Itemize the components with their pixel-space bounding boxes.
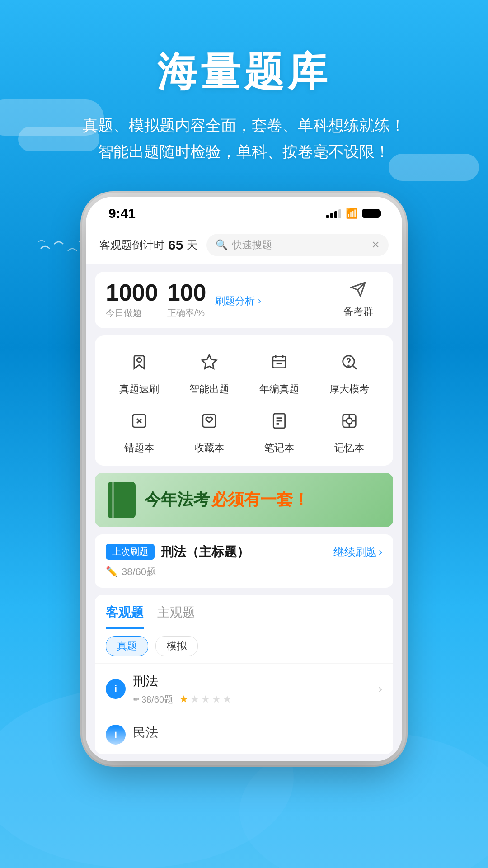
app-content: 客观题倒计时 65 天 🔍 快速搜题 ✕ 1000 今日做题 (86, 226, 402, 754)
accuracy-count: 100 (167, 281, 206, 304)
menu-item-zhinen[interactable]: 智能出题 (174, 346, 244, 396)
filter-real[interactable]: 真题 (106, 636, 148, 656)
pencil-icon: ✏️ (106, 566, 118, 578)
menu-label-cuoti: 错题本 (124, 441, 154, 455)
ai-icon (193, 346, 225, 378)
tabs-section: 客观题 主观题 真题 模拟 i 刑法 ✏ 38/60题 (95, 595, 393, 754)
stats-card: 1000 今日做题 100 正确率/% 刷题分析 › (95, 272, 393, 328)
continue-label: 继续刷题 (333, 545, 377, 559)
countdown-days: 65 (168, 237, 183, 253)
study-group-label: 备考群 (343, 305, 373, 318)
banner-main-text: 今年法考 (145, 490, 210, 509)
svg-point-2 (137, 358, 141, 362)
send-icon (350, 281, 366, 301)
menu-item-cuotiben[interactable]: 错题本 (104, 405, 174, 455)
signal-icon (326, 208, 341, 218)
sub-title-line2: 智能出题随时检验，单科、按卷毫不设限！ (0, 139, 488, 165)
menu-label-shoucang: 收藏本 (194, 441, 224, 455)
search-bar[interactable]: 🔍 快速搜题 ✕ (206, 234, 389, 256)
menu-label-jiyi: 记忆本 (334, 441, 364, 455)
calendar-icon (263, 346, 295, 378)
subject-icon-xingfa: i (106, 679, 126, 699)
filter-tags: 真题 模拟 (95, 629, 393, 663)
note-icon (263, 405, 295, 437)
last-session-title: 刑法（主标题） (161, 543, 249, 561)
subject-item-minfa[interactable]: i 民法 (95, 715, 393, 754)
filter-simulated[interactable]: 模拟 (155, 636, 198, 656)
menu-item-zhentisu[interactable]: 真题速刷 (104, 346, 174, 396)
phone-mockup: 9:41 📶 客观题倒计时 65 天 (0, 197, 488, 761)
bookmark-icon (123, 346, 155, 378)
svg-marker-3 (202, 355, 216, 368)
star-4: ★ (212, 693, 221, 705)
menu-item-houdamokao[interactable]: 厚大模考 (314, 346, 384, 396)
subject-info-xingfa: 刑法 ✏ 38/60题 ★ ★ ★ ★ ★ (133, 673, 371, 706)
menu-label-zhinen: 智能出题 (189, 382, 229, 396)
top-bar: 客观题倒计时 65 天 🔍 快速搜题 ✕ (86, 226, 402, 264)
icon-grid: 真题速刷 智能出题 (95, 335, 393, 466)
menu-label-nianbian: 年编真题 (259, 382, 299, 396)
main-title: 海量题库 (0, 45, 488, 99)
svg-line-11 (352, 365, 357, 369)
analysis-chevron-icon: › (258, 295, 261, 307)
subject-progress-xingfa: ✏ 38/60题 (133, 693, 173, 706)
tabs-header: 客观题 主观题 (95, 595, 393, 629)
subject-name-minfa: 民法 (133, 724, 382, 741)
search-placeholder: 快速搜题 (232, 238, 272, 252)
promo-banner[interactable]: 今年法考 必须有一套！ (95, 473, 393, 527)
subject-meta-xingfa: ✏ 38/60题 ★ ★ ★ ★ ★ (133, 693, 371, 706)
icon-row-2: 错题本 收藏本 (104, 405, 384, 455)
phone-frame: 9:41 📶 客观题倒计时 65 天 (86, 197, 402, 761)
today-label: 今日做题 (106, 307, 158, 319)
today-count: 1000 (106, 281, 158, 304)
subject-info-minfa: 民法 (133, 724, 382, 745)
countdown-label: 客观题倒计时 (99, 238, 164, 252)
analysis-link[interactable]: 刷题分析 › (215, 294, 261, 308)
menu-label-biji: 笔记本 (264, 441, 294, 455)
menu-item-bijiben[interactable]: 笔记本 (244, 405, 314, 455)
status-bar: 9:41 📶 (86, 197, 402, 226)
stat-accuracy: 100 正确率/% (167, 281, 206, 319)
last-session-header: 上次刷题 刑法（主标题） 继续刷题 › (106, 543, 382, 561)
chevron-right-icon: › (378, 682, 382, 696)
continue-link[interactable]: 继续刷题 › (333, 545, 382, 559)
wifi-icon: 📶 (346, 208, 358, 219)
star-1: ★ (179, 693, 188, 705)
star-5: ★ (223, 693, 232, 705)
last-session-info: 上次刷题 刑法（主标题） (106, 543, 249, 561)
header-section: 海量题库 真题、模拟题内容全面，套卷、单科想练就练！ 智能出题随时检验，单科、按… (0, 0, 488, 183)
session-progress: ✏️ 38/60题 (106, 565, 382, 579)
battery-icon (362, 209, 380, 218)
menu-label-houda: 厚大模考 (329, 382, 369, 396)
analysis-label: 刷题分析 (215, 294, 255, 308)
stats-divider (325, 281, 325, 319)
sub-title: 真题、模拟题内容全面，套卷、单科想练就练！ 智能出题随时检验，单科、按卷毫不设限… (0, 113, 488, 165)
last-session-card: 上次刷题 刑法（主标题） 继续刷题 › ✏️ 38/60题 (95, 534, 393, 588)
subject-item-xingfa[interactable]: i 刑法 ✏ 38/60题 ★ ★ ★ ★ (95, 663, 393, 715)
menu-item-shoucangben[interactable]: 收藏本 (174, 405, 244, 455)
last-session-tag: 上次刷题 (106, 544, 155, 560)
tab-objective[interactable]: 客观题 (106, 604, 144, 629)
svg-point-10 (348, 365, 349, 366)
accuracy-label: 正确率/% (167, 307, 206, 319)
stat-today: 1000 今日做题 (106, 281, 158, 319)
favorite-icon (193, 405, 225, 437)
exam-icon (333, 346, 365, 378)
search-close-icon[interactable]: ✕ (371, 239, 380, 251)
study-group[interactable]: 备考群 (334, 281, 382, 319)
svg-rect-15 (202, 414, 216, 427)
star-3: ★ (201, 693, 210, 705)
memory-icon (333, 405, 365, 437)
menu-item-nianbianzhenti[interactable]: 年编真题 (244, 346, 314, 396)
subject-stars-xingfa: ★ ★ ★ ★ ★ (179, 693, 232, 705)
menu-item-jiyiben[interactable]: 记忆本 (314, 405, 384, 455)
pencil-icon-2: ✏ (133, 694, 140, 704)
svg-rect-4 (272, 356, 286, 368)
sub-title-line1: 真题、模拟题内容全面，套卷、单科想练就练！ (0, 113, 488, 139)
subject-name-xingfa: 刑法 (133, 673, 371, 690)
banner-text: 今年法考 必须有一套！ (145, 489, 309, 511)
continue-chevron-icon: › (379, 546, 382, 558)
status-icons: 📶 (326, 208, 380, 219)
tab-subjective[interactable]: 主观题 (157, 604, 195, 629)
status-time: 9:41 (108, 206, 136, 221)
